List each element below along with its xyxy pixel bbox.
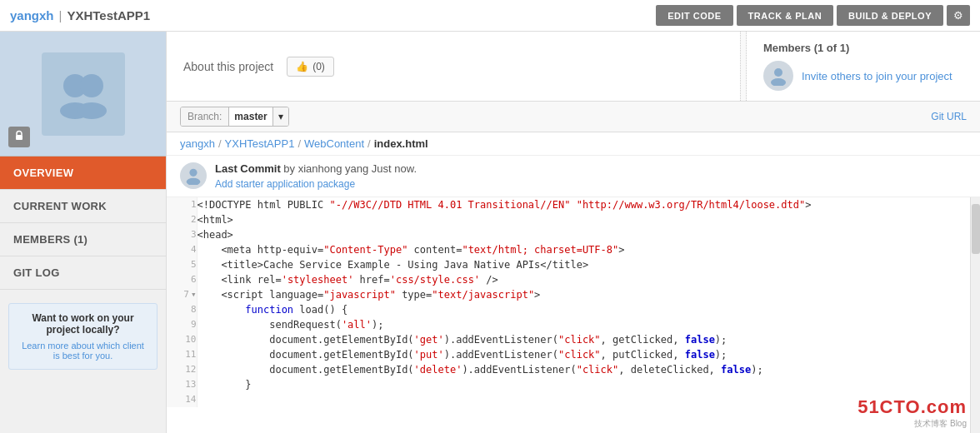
commit-info: Last Commit by xianhong yang Just now. A… [215, 162, 417, 190]
line-number: 5 [167, 257, 197, 272]
top-bar-actions: EDIT CODE TRACK & PLAN BUILD & DEPLOY ⚙ [656, 5, 970, 26]
edit-code-button[interactable]: EDIT CODE [656, 5, 732, 26]
about-row: About this project 👍 (0) · · · · · Membe… [167, 32, 980, 102]
table-row: 3<head> [167, 227, 970, 242]
sidebar-item-current-work[interactable]: CURRENT WORK [0, 190, 166, 223]
table-row: 8 function load() { [167, 302, 970, 317]
svg-point-5 [774, 68, 782, 77]
right-panel: About this project 👍 (0) · · · · · Membe… [167, 32, 980, 433]
line-content: function load() { [197, 302, 970, 317]
table-row: 9 sendRequest('all'); [167, 317, 970, 332]
svg-point-7 [189, 169, 197, 177]
line-content: document.getElementById('delete').addEve… [197, 362, 970, 377]
branch-label: Branch: [181, 107, 229, 126]
commit-bar: Last Commit by xianhong yang Just now. A… [167, 156, 980, 197]
sidebar-info-title: Want to work on your project locally? [18, 312, 148, 336]
table-row: 11 document.getElementById('put').addEve… [167, 347, 970, 362]
about-label: About this project [183, 60, 273, 73]
svg-rect-4 [16, 135, 22, 140]
table-row: 4 <meta http-equiv="Content-Type" conten… [167, 242, 970, 257]
member-row: Invite others to join your project [763, 61, 963, 91]
code-scroll[interactable]: 1<!DOCTYPE html PUBLIC "-//W3C//DTD HTML… [167, 197, 970, 433]
project-avatar [42, 52, 125, 136]
like-button[interactable]: 👍 (0) [287, 57, 334, 77]
line-content: <head> [197, 227, 970, 242]
git-url-link[interactable]: Git URL [931, 111, 967, 122]
table-row: 2<html> [167, 212, 970, 227]
main-content: OVERVIEW CURRENT WORK MEMBERS (1) GIT LO… [0, 32, 980, 433]
branch-bar: Branch: master ▾ Git URL [167, 102, 980, 132]
line-number: 11 [167, 347, 197, 362]
gear-button[interactable]: ⚙ [947, 5, 970, 26]
breadcrumb-username[interactable]: yangxh [180, 137, 215, 150]
line-number: 9 [167, 317, 197, 332]
table-row: 13 } [167, 377, 970, 392]
top-bar: yangxh | YXHTestAPP1 EDIT CODE TRACK & P… [0, 0, 980, 32]
line-content: <script language="javascript" type="text… [197, 287, 970, 302]
breadcrumb-project[interactable]: YXHTestAPP1 [225, 137, 295, 150]
build-deploy-button[interactable]: BUILD & DEPLOY [837, 5, 943, 26]
table-row: 1<!DOCTYPE html PUBLIC "-//W3C//DTD HTML… [167, 197, 970, 212]
table-row: 12 document.getElementById('delete').add… [167, 362, 970, 377]
line-number: 8 [167, 302, 197, 317]
svg-point-8 [187, 178, 201, 185]
avatar-area [0, 32, 166, 157]
branch-value: master [229, 107, 272, 126]
username-link[interactable]: yangxh [10, 8, 54, 22]
top-bar-title-area: yangxh | YXHTestAPP1 [10, 8, 150, 22]
breadcrumb-bar: yangxh / YXHTestAPP1 / WebContent / inde… [167, 132, 980, 156]
sidebar: OVERVIEW CURRENT WORK MEMBERS (1) GIT LO… [0, 32, 167, 433]
line-content: <html> [197, 212, 970, 227]
invite-link[interactable]: Invite others to join your project [802, 70, 952, 82]
line-number: 2 [167, 212, 197, 227]
breadcrumb-file: index.html [374, 137, 428, 150]
sidebar-item-overview[interactable]: OVERVIEW [0, 157, 166, 190]
svg-point-6 [771, 78, 786, 86]
line-content: <title>Cache Service Example - Using Jav… [197, 257, 970, 272]
sidebar-info-link[interactable]: Learn more about which client is best fo… [22, 341, 144, 361]
watermark-area: 51CTO.com 技术博客 Blog [858, 396, 967, 430]
line-number: 14 [167, 392, 197, 407]
title-separator: | [59, 8, 62, 22]
scrollbar[interactable] [970, 197, 980, 433]
table-row: 10 document.getElementById('get').addEve… [167, 332, 970, 347]
sidebar-item-members[interactable]: MEMBERS (1) [0, 223, 166, 256]
line-content: document.getElementById('put').addEventL… [197, 347, 970, 362]
commit-avatar [180, 162, 207, 189]
line-content: } [197, 377, 970, 392]
sidebar-item-git-log[interactable]: GIT LOG [0, 256, 166, 290]
breadcrumb-sep-2: / [298, 137, 301, 150]
line-number: 7▾ [167, 287, 197, 302]
member-avatar [763, 61, 793, 91]
branch-selector[interactable]: Branch: master ▾ [180, 107, 289, 127]
scrollbar-thumb[interactable] [972, 204, 980, 254]
sidebar-nav: OVERVIEW CURRENT WORK MEMBERS (1) GIT LO… [0, 157, 166, 290]
breadcrumb-folder[interactable]: WebContent [304, 137, 364, 150]
table-row: 6 <link rel='stylesheet' href='css/style… [167, 272, 970, 287]
members-title: Members (1 of 1) [763, 42, 963, 54]
commit-link[interactable]: Add starter application package [215, 178, 417, 190]
commit-message: Last Commit by xianhong yang Just now. [215, 162, 417, 175]
like-count: (0) [312, 61, 325, 72]
line-number: 1 [167, 197, 197, 212]
code-table: 1<!DOCTYPE html PUBLIC "-//W3C//DTD HTML… [167, 197, 970, 407]
members-area: Members (1 of 1) Invite others to join y… [747, 32, 980, 101]
watermark-sub: 技术博客 Blog [914, 418, 967, 430]
track-plan-button[interactable]: TRACK & PLAN [737, 5, 834, 26]
branch-dropdown-icon[interactable]: ▾ [272, 107, 288, 126]
watermark-logo: 51CTO.com [858, 396, 967, 418]
line-content: document.getElementById('get').addEventL… [197, 332, 970, 347]
line-number: 4 [167, 242, 197, 257]
line-content [197, 392, 970, 407]
line-content: sendRequest('all'); [197, 317, 970, 332]
svg-point-3 [77, 102, 107, 119]
breadcrumb-sep-1: / [218, 137, 222, 150]
line-content: <!DOCTYPE html PUBLIC "-//W3C//DTD HTML … [197, 197, 970, 212]
table-row: 14 [167, 392, 970, 407]
about-left: About this project 👍 (0) [167, 32, 740, 101]
line-number: 13 [167, 377, 197, 392]
line-number: 12 [167, 362, 197, 377]
table-row: 7▾ <script language="javascript" type="t… [167, 287, 970, 302]
project-title: YXHTestAPP1 [67, 8, 150, 22]
line-number: 6 [167, 272, 197, 287]
